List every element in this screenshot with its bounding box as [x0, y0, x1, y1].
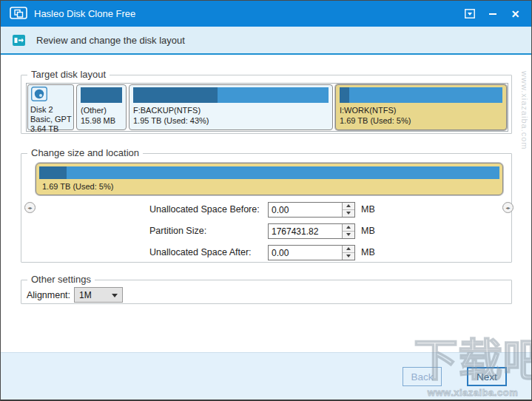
size-field-label: Partition Size: — [149, 226, 268, 236]
alignment-label: Alignment: — [27, 290, 70, 300]
app-logo-icon — [10, 7, 27, 21]
partition-usage-bar — [340, 87, 502, 103]
footer: Back Next — [1, 352, 531, 400]
resize-partition-bar[interactable]: 1.69 TB (Used: 5%) — [36, 163, 503, 195]
partition-usage-bar — [81, 87, 122, 103]
resize-used-bar — [39, 166, 67, 179]
size-field-label: Unallocated Space After: — [149, 247, 268, 257]
partition-usage-bar — [133, 87, 329, 103]
size-field-input[interactable] — [269, 224, 340, 238]
window-title: Hasleo Disk Clone Free — [34, 8, 135, 19]
content: Target disk layout Disk 2 Basic, GPT 3.6… — [1, 55, 531, 354]
size-field-unit: MB — [361, 247, 375, 257]
partition-used-bar — [340, 87, 349, 103]
disk-layout-strip: Disk 2 Basic, GPT 3.64 TB (Other) 15.98 … — [26, 83, 508, 132]
next-button[interactable]: Next — [467, 367, 507, 386]
alignment-value: 1M — [79, 290, 92, 300]
size-field-row: Unallocated Space After: MB — [149, 244, 375, 260]
disk-icon — [31, 87, 47, 101]
size-field-spinbox — [268, 223, 355, 239]
minimize-icon — [489, 13, 496, 15]
partition-name: F:BACKUP(NTFS) — [133, 106, 329, 115]
spin-up-button[interactable] — [343, 224, 354, 232]
app-window: Hasleo Disk Clone Free ✕ Review and cha — [0, 0, 532, 401]
size-field-label: Unallocated Space Before: — [149, 204, 268, 215]
partition-info: 1.95 TB (Used: 43%) — [133, 116, 329, 125]
spin-up-button[interactable] — [343, 203, 354, 210]
menu-button[interactable] — [458, 1, 481, 27]
partition-name: (Other) — [81, 106, 122, 115]
page-title: Review and change the disk layout — [36, 35, 185, 46]
minimize-button[interactable] — [481, 1, 504, 27]
alignment-row: Alignment: 1M — [27, 287, 123, 303]
spin-down-icon — [346, 212, 351, 215]
partition-name: I:WORK(NTFS) — [340, 106, 502, 115]
close-button[interactable]: ✕ — [504, 1, 527, 27]
back-button[interactable]: Back — [403, 367, 442, 386]
target-disk-group: Target disk layout Disk 2 Basic, GPT 3.6… — [21, 75, 512, 134]
size-field-unit: MB — [361, 204, 375, 215]
size-field-spinbox — [268, 202, 355, 218]
chevron-down-icon — [112, 294, 118, 297]
size-field-row: Unallocated Space Before: MB — [149, 201, 375, 218]
spin-down-icon — [346, 233, 351, 236]
partition-used-bar — [81, 87, 122, 103]
resize-group-label: Change size and location — [27, 147, 143, 158]
spin-up-icon — [346, 204, 351, 207]
disk-size: 3.64 TB — [30, 124, 71, 134]
spin-up-button[interactable] — [343, 246, 354, 253]
spin-up-icon — [346, 247, 351, 250]
size-field-input[interactable] — [269, 246, 340, 260]
size-field-row: Partition Size: MB — [149, 223, 375, 239]
spin-down-button[interactable] — [343, 210, 354, 217]
spin-down-button[interactable] — [343, 232, 354, 238]
partition-info: 1.69 TB (Used: 5%) — [340, 116, 502, 125]
partition-block[interactable]: I:WORK(NTFS) 1.69 TB (Used: 5%) — [335, 84, 507, 130]
target-disk-group-label: Target disk layout — [27, 69, 110, 80]
size-field-unit: MB — [361, 226, 375, 236]
spin-down-icon — [346, 255, 351, 257]
partition-block[interactable]: (Other) 15.98 MB — [76, 84, 127, 130]
page-header: Review and change the disk layout — [1, 27, 531, 55]
partition-block[interactable]: F:BACKUP(NTFS) 1.95 TB (Used: 43%) — [129, 84, 333, 130]
spin-down-button[interactable] — [343, 253, 354, 260]
resize-handle-left[interactable]: ◂▸ — [24, 202, 36, 213]
menu-caret-icon — [465, 9, 475, 18]
size-field-input[interactable] — [269, 203, 340, 217]
spinner — [342, 224, 354, 238]
other-settings-group-label: Other settings — [27, 274, 95, 285]
resize-bar-label: 1.69 TB (Used: 5%) — [42, 182, 113, 191]
resize-group: Change size and location ◂▸ ◂▸ 1.69 TB (… — [21, 153, 512, 263]
resize-usage-bar — [39, 166, 499, 179]
spin-up-icon — [346, 226, 351, 229]
spinner — [342, 203, 354, 217]
size-field-spinbox — [268, 245, 355, 260]
partition-info: 15.98 MB — [81, 116, 122, 125]
disk-info-block: Disk 2 Basic, GPT 3.64 TB — [27, 84, 74, 130]
resize-handle-right[interactable]: ◂▸ — [502, 202, 514, 213]
disk-name: Disk 2 — [30, 105, 71, 115]
disk-layout-icon — [13, 35, 25, 46]
alignment-dropdown[interactable]: 1M — [74, 287, 123, 303]
other-settings-group: Other settings Alignment: 1M — [21, 280, 512, 304]
disk-scheme: Basic, GPT — [30, 115, 71, 124]
titlebar: Hasleo Disk Clone Free ✕ — [1, 1, 531, 27]
spinner — [342, 246, 354, 260]
close-icon: ✕ — [511, 8, 520, 20]
partition-used-bar — [133, 87, 218, 103]
